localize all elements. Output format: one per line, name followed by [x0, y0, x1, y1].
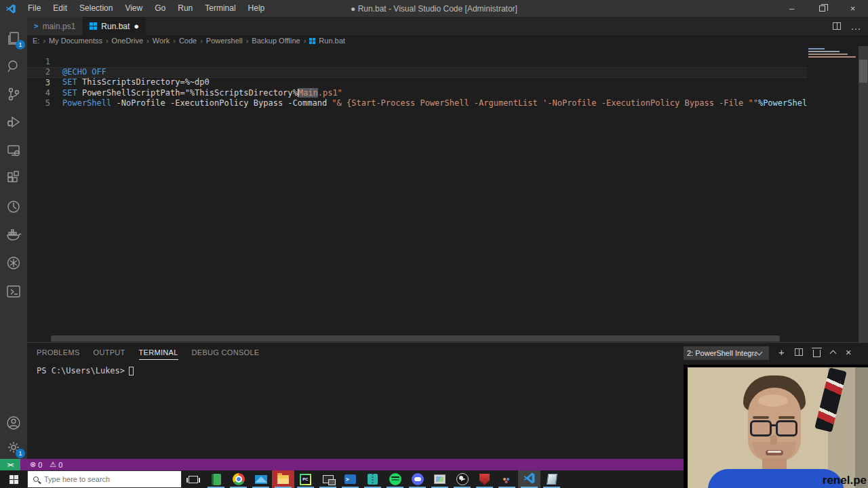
glasses-left-lens	[750, 420, 772, 436]
minimize-button[interactable]: –	[776, 0, 807, 17]
code-editor[interactable]: 1 @ECHO OFF 2 SET ThisScriptsDirectory=%…	[27, 46, 868, 342]
taskbar-photos-app[interactable]	[429, 470, 451, 488]
terminal-cursor	[129, 367, 134, 375]
explorer-icon[interactable]: 1	[5, 30, 22, 47]
remote-explorer-icon[interactable]	[5, 142, 22, 159]
task-view-icon	[189, 476, 198, 483]
eyebrow-right	[778, 416, 795, 419]
more-actions-icon[interactable]: …	[850, 20, 861, 33]
tab-terminal[interactable]: TERMINAL	[139, 348, 178, 360]
minimap[interactable]	[807, 46, 859, 342]
history-icon[interactable]	[5, 199, 22, 215]
split-terminal-icon[interactable]	[795, 348, 803, 356]
discord-icon	[412, 473, 424, 485]
menu-file[interactable]: File	[22, 0, 47, 17]
unsaved-dot-icon[interactable]: ●	[134, 22, 139, 30]
breadcrumb-item[interactable]: Work	[153, 37, 170, 45]
task-view-button[interactable]	[182, 470, 205, 488]
breadcrumb-item[interactable]: E:	[33, 37, 39, 45]
breadcrumb-item[interactable]: My Documentss	[49, 37, 102, 45]
horizontal-scrollbar-thumb[interactable]	[51, 336, 780, 342]
breadcrumb-item[interactable]: Powershell	[206, 37, 243, 45]
windows-logo-icon	[9, 475, 18, 484]
media-app-icon	[501, 474, 513, 485]
warning-count: 0	[58, 461, 62, 469]
breadcrumb-item[interactable]: OneDrive	[112, 37, 143, 45]
breadcrumb-item[interactable]: Backup Offline	[252, 37, 300, 45]
restore-button[interactable]	[807, 0, 837, 17]
taskbar-file-explorer[interactable]	[272, 470, 294, 488]
editor-actions: …	[833, 17, 861, 35]
extensions-icon[interactable]	[5, 170, 22, 186]
split-editor-icon[interactable]	[833, 22, 841, 30]
taskbar-vscode[interactable]	[518, 470, 540, 488]
menu-view[interactable]: View	[119, 0, 149, 17]
menu-selection[interactable]: Selection	[73, 0, 119, 17]
taskbar-chrome[interactable]	[227, 470, 250, 488]
vscode-logo-icon	[5, 3, 16, 14]
pycharm-icon: PC	[300, 474, 311, 485]
account-icon[interactable]	[5, 415, 22, 431]
kubernetes-icon[interactable]	[5, 255, 22, 271]
menu-help[interactable]: Help	[242, 0, 271, 17]
taskbar-notepad[interactable]	[540, 470, 563, 488]
menu-run[interactable]: Run	[172, 0, 199, 17]
taskbar-obs[interactable]	[451, 470, 473, 488]
error-icon: ⊗	[30, 460, 36, 469]
breadcrumb-item-file[interactable]: Run.bat	[319, 37, 345, 45]
tab-main-ps1[interactable]: > main.ps1	[27, 17, 83, 35]
close-button[interactable]: ×	[837, 0, 868, 17]
vertical-scrollbar-thumb[interactable]	[859, 60, 867, 83]
panel-tabs: PROBLEMS OUTPUT TERMINAL DEBUG CONSOLE	[37, 348, 259, 360]
taskbar-pycharm[interactable]: PC	[294, 470, 317, 488]
start-button[interactable]	[0, 470, 27, 488]
eyebrow-left	[753, 416, 769, 419]
remote-desktop-icon	[323, 475, 334, 483]
new-terminal-button[interactable]: +	[778, 346, 785, 358]
tab-run-bat[interactable]: Run.bat ●	[83, 17, 146, 35]
remote-indicator[interactable]: ><	[0, 459, 20, 470]
tab-output[interactable]: OUTPUT	[94, 348, 125, 360]
powershell-extension-icon[interactable]	[5, 283, 22, 300]
tab-debug-console[interactable]: DEBUG CONSOLE	[192, 348, 260, 360]
maximize-panel-icon[interactable]	[829, 350, 836, 357]
tab-problems[interactable]: PROBLEMS	[37, 348, 80, 360]
window-controls: – ×	[776, 0, 868, 17]
code-token: PowerShell	[62, 98, 111, 108]
mail-icon	[255, 475, 267, 484]
taskbar-discord[interactable]	[406, 470, 429, 488]
obs-icon	[456, 473, 469, 485]
taskbar-zip-app[interactable]	[361, 470, 384, 488]
taskbar-mail[interactable]	[250, 470, 272, 488]
menu-edit[interactable]: Edit	[47, 0, 73, 17]
taskbar-shield-app[interactable]	[473, 470, 496, 488]
menu-go[interactable]: Go	[149, 0, 172, 17]
problems-status[interactable]: ⊗ 0 ⚠ 0	[30, 460, 62, 469]
terminal-content[interactable]: PS C:\Users\Lukes>	[37, 366, 134, 375]
search-icon[interactable]	[5, 58, 22, 75]
taskbar-spotify[interactable]	[384, 470, 406, 488]
settings-gear-icon[interactable]: 1	[5, 439, 22, 455]
source-control-icon[interactable]	[5, 86, 22, 102]
taskbar-resolve[interactable]	[496, 470, 518, 488]
activity-bar: 1 1	[0, 17, 27, 459]
vertical-scrollbar[interactable]	[859, 46, 868, 342]
code-line-2: 2 SET ThisScriptsDirectory=%~dp0	[27, 57, 807, 67]
menu-terminal[interactable]: Terminal	[199, 0, 241, 17]
search-input[interactable]	[44, 475, 166, 483]
breadcrumb-item[interactable]: Code	[179, 37, 197, 45]
terminal-prompt: PS C:\Users\Lukes>	[37, 366, 125, 375]
photos-app-icon	[434, 474, 446, 484]
taskbar-powershell[interactable]: >	[339, 470, 361, 488]
terminal-selector-dropdown[interactable]: 2: PowerShell Integrated	[684, 346, 769, 360]
breadcrumb-separator: ›	[146, 37, 149, 45]
taskbar-remote-desktop[interactable]	[317, 470, 339, 488]
kill-terminal-icon[interactable]	[813, 350, 821, 357]
taskbar-search[interactable]	[27, 470, 182, 488]
taskbar-notes-app[interactable]	[205, 470, 227, 488]
run-debug-icon[interactable]	[5, 114, 22, 130]
docker-icon[interactable]	[5, 226, 22, 243]
file-explorer-icon	[277, 475, 289, 484]
bat-file-icon	[90, 22, 97, 30]
close-panel-button[interactable]: ×	[846, 346, 852, 358]
